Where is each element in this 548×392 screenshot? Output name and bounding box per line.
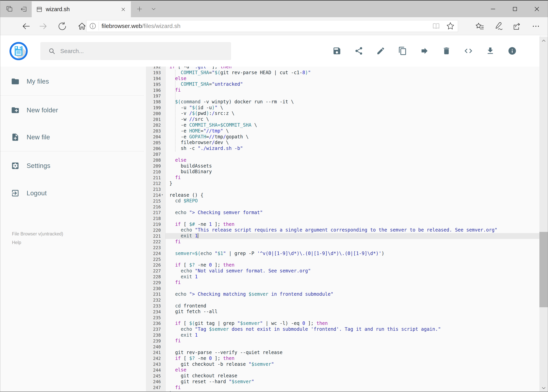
minimize-button[interactable] [482, 0, 504, 17]
code-line[interactable]: 245 git checkout release [146, 373, 539, 379]
code-line[interactable]: 243 git checkout -b release "$semver" [146, 362, 539, 367]
scroll-down-button[interactable] [539, 384, 548, 392]
copy-button[interactable] [398, 46, 407, 55]
code-line[interactable]: 228 exit 1 [146, 274, 539, 280]
code-line[interactable]: 225 [146, 256, 539, 262]
site-info-icon[interactable] [89, 22, 97, 30]
code-line[interactable]: 198 $(command -v winpty) docker run --rm… [146, 99, 539, 105]
code-line[interactable]: 206 sh -c "./wizard.sh -b" [146, 146, 539, 152]
tab-preview-button[interactable] [3, 0, 16, 17]
code-line[interactable]: 196 fi [146, 87, 539, 93]
close-window-button[interactable] [526, 0, 548, 17]
new-tab-button[interactable] [134, 0, 145, 17]
save-button[interactable] [333, 46, 341, 55]
code-line[interactable]: 212} [146, 181, 539, 187]
forward-button[interactable] [37, 20, 50, 33]
code-line[interactable]: 202 -e COMMIT_SHA=$COMMIT_SHA \ [146, 122, 539, 128]
code-line[interactable]: 223 [146, 245, 539, 251]
code-line[interactable]: 241 git rev-parse --verify --quiet relea… [146, 350, 539, 356]
tab-close-icon[interactable] [120, 7, 126, 12]
code-line[interactable]: 232 [146, 297, 539, 303]
code-line[interactable]: 210 buildBinary [146, 169, 539, 175]
download-button[interactable] [486, 46, 495, 55]
search-box[interactable] [40, 42, 231, 60]
code-line[interactable]: 200 -v /$(pwd):/src:z \ [146, 111, 539, 116]
code-line[interactable]: 221 exit 1 [146, 233, 539, 239]
code-line[interactable]: 240 [146, 344, 539, 350]
back-button[interactable] [19, 20, 33, 33]
maximize-button[interactable] [504, 0, 526, 17]
code-line[interactable]: 226 if [ $? -ne 0 ]; then [146, 262, 539, 268]
code-line[interactable]: 192if [ -d ".git" ]; then [146, 67, 539, 70]
delete-button[interactable] [442, 46, 451, 55]
code-line[interactable]: 220 echo "This release script requires a… [146, 227, 539, 233]
source-view-button[interactable] [464, 46, 473, 55]
set-tabs-aside-button[interactable] [17, 0, 30, 17]
sidebar-item-new-folder[interactable]: New folder [11, 106, 58, 114]
code-line[interactable]: 234 git fetch --all [146, 309, 539, 315]
more-actions-button[interactable] [529, 20, 542, 33]
code-line[interactable]: 203 -e HOME="//tmp" \ [146, 128, 539, 134]
scrollbar-thumb[interactable] [539, 232, 548, 307]
code-line[interactable]: 208 else [146, 157, 539, 163]
code-line[interactable]: 231 echo "> Checking matching $semver in… [146, 291, 539, 297]
code-line[interactable]: 224 semver=$(echo "$1" | grep -P '^v(0|[… [146, 251, 539, 257]
favorites-hub-button[interactable] [473, 20, 486, 33]
code-line[interactable]: 233 cd frontend [146, 303, 539, 309]
code-line[interactable]: 215 cd $REPO [146, 198, 539, 204]
favorite-star-icon[interactable] [446, 22, 455, 30]
move-button[interactable] [420, 46, 429, 55]
code-line[interactable]: 211 fi [146, 175, 539, 181]
code-line[interactable]: 193 COMMIT_SHA="$(git rev-parse HEAD | c… [146, 70, 539, 76]
search-input[interactable] [60, 48, 231, 55]
code-line[interactable]: 246 git reset --hard "$semver" [146, 379, 539, 385]
page-scrollbar[interactable] [539, 37, 548, 392]
share-button[interactable] [354, 46, 363, 55]
code-line[interactable]: 218 [146, 216, 539, 222]
web-note-button[interactable] [492, 20, 505, 33]
code-line[interactable]: 194 else [146, 76, 539, 82]
code-line[interactable]: 242 if [ $? -ne 0 ]; then [146, 356, 539, 362]
code-line[interactable]: 227 echo "Not valid semver format. See s… [146, 268, 539, 274]
sidebar-item-new-file[interactable]: New file [11, 133, 50, 141]
share-page-button[interactable] [510, 20, 523, 33]
info-button[interactable] [508, 46, 517, 55]
sidebar-item-logout[interactable]: Logout [11, 189, 47, 197]
sidebar-item-my-files[interactable]: My files [11, 77, 49, 86]
scroll-up-button[interactable] [539, 37, 548, 45]
code-line[interactable]: 213 [146, 187, 539, 192]
code-line[interactable]: 238 exit 1 [146, 332, 539, 338]
code-line[interactable]: 205 filebrowser/dev \ [146, 140, 539, 146]
code-line[interactable]: 201 -w //src \ [146, 116, 539, 122]
code-line[interactable]: 219 if [ $# -ne 1 ]; then [146, 222, 539, 227]
fold-marker-icon[interactable]: ▾ [161, 193, 163, 196]
code-line[interactable]: 222 fi [146, 239, 539, 245]
code-line[interactable]: 239 fi [146, 338, 539, 344]
address-bar[interactable]: filebrowser.web/files/wizard.sh [86, 20, 458, 32]
code-line[interactable]: 209 buildAssets [146, 163, 539, 169]
code-line[interactable]: 236 if [ $(git tag | grep "$semver" | wc… [146, 321, 539, 326]
rename-button[interactable] [376, 46, 385, 55]
code-line[interactable]: 247 fi [146, 385, 539, 391]
code-line[interactable]: 207 [146, 152, 539, 157]
code-line[interactable]: 214▾release () { [146, 192, 539, 198]
code-line[interactable]: 244 else [146, 367, 539, 373]
code-line[interactable]: 199 -u "$(id -u)" \ [146, 105, 539, 111]
code-line[interactable]: 216 [146, 204, 539, 210]
code-line[interactable]: 235 [146, 315, 539, 321]
code-line[interactable]: 197 [146, 93, 539, 99]
code-editor[interactable]: 192if [ -d ".git" ]; then193 COMMIT_SHA=… [146, 67, 539, 392]
browser-tab[interactable]: wizard.sh [32, 1, 131, 17]
sidebar-item-settings[interactable]: Settings [11, 161, 50, 170]
refresh-button[interactable] [56, 20, 69, 33]
tab-list-button[interactable] [148, 0, 159, 17]
code-line[interactable]: 230 [146, 286, 539, 291]
reading-view-icon[interactable] [432, 22, 440, 30]
code-line[interactable]: 217 echo "> Checking semver format" [146, 210, 539, 216]
filebrowser-logo[interactable] [9, 42, 28, 61]
code-line[interactable]: 195 COMMIT_SHA="untracked" [146, 81, 539, 87]
code-line[interactable]: 204 -e GOPATH=//tmp/gopath \ [146, 134, 539, 140]
code-line[interactable]: 237 echo "Tag $semver does not exist in … [146, 326, 539, 332]
code-line[interactable]: 229 fi [146, 280, 539, 286]
help-link[interactable]: Help [12, 240, 21, 245]
